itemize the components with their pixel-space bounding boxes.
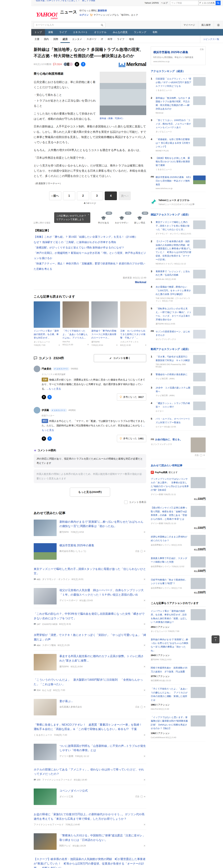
ranking-item[interactable]: 1 東京ディズニーで嘔吐した男の子...清掃スタッフを前に母親が放った「信じられ… [151, 218, 205, 237]
paid-article-item[interactable]: 日経平均株価の「秋まで高値持続」シナリオを覆う“暗雲”？ 会社四季報オンライン … [151, 576, 205, 597]
nav-tab[interactable]: オリジナル [91, 29, 110, 36]
service-name[interactable]: ニュース [60, 9, 77, 15]
ranking-title-link[interactable]: 青果業界で「レジェンド」と言われた男・弘道氏の戦略 [156, 270, 192, 277]
page-button[interactable]: 2 [77, 191, 89, 200]
shopping-promo[interactable]: ヤフーショッピングなら「毎日5%」おトク [94, 13, 138, 17]
reacted-article-item[interactable]: 「汚くて不衛生だったよ」「ああいうの嫌なんだよね」 アメリカ人が日本の清潔さに感… [151, 684, 205, 713]
ranking-item[interactable]: 3 青果業界で「レジェンド」と言われた男・弘道氏の戦略 AERA dot. 8/… [151, 268, 205, 283]
ad-label[interactable]: 広告i✕ [135, 706, 146, 709]
close-icon[interactable]: ✕ [144, 844, 146, 847]
article-title-link[interactable]: 暴走する外国人観光客のに都内のカフェ店員が疲弊。トイレに残された“置き土産”に衝… [59, 654, 146, 663]
article-title-link[interactable]: 新幹線の車内がまるで“居酒屋”に...酔っ払いを黙らせた“おばちゃんの痛快な一言… [59, 520, 146, 528]
list-item[interactable]: 暴走する外国人観光客のに都内のカフェ店員が疲弊。トイレに残された“置き土産”に衝… [34, 650, 146, 674]
close-icon[interactable]: ✕ [144, 623, 146, 625]
ad-title-link[interactable]: お金の悩みに、答えを。 [155, 438, 182, 441]
info-icon[interactable]: i [140, 795, 143, 798]
nav-tab[interactable]: みんなの意見 [109, 29, 131, 36]
close-icon[interactable]: ✕ [144, 734, 146, 736]
helpful-button[interactable]: 参考になった3617 [117, 393, 146, 401]
article-source[interactable]: 関西テレビ [59, 844, 71, 847]
purchase-history-link[interactable]: 購入履歴 [198, 21, 214, 29]
share-x-button[interactable]: X [42, 395, 46, 399]
close-icon[interactable]: ✕ [144, 644, 146, 647]
close-icon[interactable]: ✕ [144, 578, 146, 581]
nav-tab[interactable]: 有料 [149, 29, 160, 36]
category-tab[interactable]: スポーツ [84, 36, 99, 43]
ranking-item[interactable]: 2 【スクープ】岐阜県の名所・池田温泉の人気旅館が突然の閉鎖 町が運営委託した事… [151, 238, 205, 268]
close-icon[interactable]: ✕ [144, 706, 146, 708]
topics-list-link[interactable]: トピックス一覧 [200, 36, 222, 43]
article-title-link[interactable]: 永野芽郁が「清楚」でステキ！急にオトナっぽく「笑顔が」「やっぱり可愛いなぁ」「綺… [34, 633, 146, 642]
paid-title-link[interactable]: 新規参入事業で不正会計、スタンダード銘柄が陥った失態 [151, 556, 189, 564]
list-item[interactable]: コペン／ダイハツ公式 ダイハツ工業 広告i✕ [34, 785, 146, 809]
ranking-title-link[interactable]: 新幹線は「無法地帯」なのか？ 多国籍トラブル急増の現実、不正占拠・特大荷物と性善… [156, 96, 192, 111]
list-item[interactable]: ホテルの部屋においてある「アメニティ」。使わない分は持って帰っていたけど、それっ… [34, 764, 146, 785]
paid-title-link[interactable]: 日経平均株価の「秋まで高値持続」シナリオを覆う“暗雲”？ [151, 578, 189, 585]
recommend-card[interactable]: インバウンド客が「新幹線の指定席」を占拠、車掌も対応せず... まいどなニュース… [34, 301, 60, 346]
write-comment-button[interactable]: コメントを書く [94, 354, 146, 362]
close-icon[interactable]: ✕ [144, 531, 146, 533]
ranking-item[interactable]: 1 日産新型「エルグランド」へ！ “背が高い”ボディ×約500万円!? 新型アル… [151, 75, 205, 94]
comment-count-link[interactable]: 2324 [53, 63, 62, 66]
helpful-button[interactable]: 参考になった1461 [117, 435, 146, 442]
nav-tab[interactable]: 速報 [45, 29, 56, 36]
related-link[interactable]: 「神戸の玄関口」が廃墟同然？ 駅直結モールは空き区画「7割」という現実、神戸市は… [34, 250, 146, 261]
article-title-link[interactable]: 妻が喜ぶ... [59, 699, 146, 704]
ranking-title-link[interactable]: 日産新型「エルグランド」へ！ “背が高い”ボディ×約500万円!? 新型アルファ… [156, 77, 192, 88]
close-icon[interactable]: ✕ [145, 344, 147, 346]
hide-comments-checkbox[interactable] [124, 500, 128, 504]
ranking-title-link[interactable]: JA全中 コメ流通の新システム開発へ [156, 386, 192, 393]
recommend-card[interactable]: 王林 カバンの中から出てきた財布にスタジオ衝撃 千鳥ノブ「... スポニチアネッ… [120, 301, 147, 346]
scroll-to-top-button[interactable]: ↑ [212, 636, 220, 643]
comment-count[interactable]: 465 [34, 578, 40, 581]
ad-label[interactable]: 広告i✕ [195, 454, 205, 457]
info-icon[interactable]: i [200, 454, 202, 457]
share-facebook-button[interactable]: f [81, 62, 86, 66]
card-title[interactable]: 王林 カバンの中から出てきた財布にスタジオ衝撃 千鳥ノブ「... [120, 329, 147, 340]
share-x-button[interactable]: X [42, 436, 46, 441]
ad-label[interactable]: 広告i✕ [135, 550, 146, 553]
reacted-title-link[interactable]: インバウンド客が「新幹線の指定席」を占拠、車掌も対応せず...注目を集めた旅行業… [151, 609, 189, 624]
article-source[interactable]: ねとらぼ [42, 689, 52, 692]
reacted-title-link[interactable]: 「汚くて不衛生だったよ」「ああいうの嫌なんだよね」 アメリカ人が日本の清潔さに感… [151, 687, 189, 702]
article-image[interactable] [100, 72, 146, 115]
pr-title-link[interactable]: セゾンの資産形成ローン、はじめませんか [156, 330, 192, 337]
close-icon[interactable]: ✕ [203, 454, 205, 456]
share-x-button[interactable]: X [75, 62, 79, 66]
ranking-item[interactable]: 2 新幹線は「無法地帯」なのか？ 多国籍トラブル急増の現実、不正占拠・特大荷物と… [151, 94, 205, 116]
ranking-item[interactable]: 3 JA全中 コメ流通の新システム開発へ テレビ朝日系（ANN） [151, 384, 205, 399]
close-icon[interactable]: ✕ [144, 550, 146, 552]
paid-title-link[interactable]: プッチンプリンだけではないコンサルの「炎上案件」 当事者が証言した“地獄の日々”… [151, 477, 189, 492]
reacted-title-link[interactable]: 「イップスではないと思います」首脳陣が説く藤浪晋太郎の“制球難克服計画” DeN… [151, 715, 189, 730]
reacted-title-link[interactable]: 新幹線の車内がまるで“居酒屋”に...酔っ払いを黙らせた“おばちゃんの痛快な一言… [151, 638, 189, 653]
list-item[interactable]: 永野芽郁が「清楚」でステキ！急にオトナっぽく「笑顔が」「やっぱり可愛いなぁ」「綺… [34, 629, 146, 650]
article-title-link[interactable]: お盆の帰省に「家族3人で往復10万円以上」の新幹線代がかかりそう...。ガソリン… [34, 812, 146, 821]
category-tab[interactable]: IT [99, 36, 105, 43]
related-link[interactable]: 「新横浜駅」がびっくりするほど栄えてない理由 新幹線が停まるのになぜ？ [34, 245, 146, 250]
ranking-item[interactable]: 4 夫が退職金で豹変...愛情のない「2,000万円」をキッチリと要求された妻の… [151, 283, 205, 305]
related-link[interactable]: 「快速アクティー」廃止！ 神奈川県の「支離滅裂」要望で鉄道弱体化？ 鉄道行政のプ… [34, 261, 146, 272]
ranking-item[interactable]: 5 「回転率を上げたいのが見え見え」一部で進む“スタバ離れ”。ドトール、コメダ、… [151, 305, 205, 328]
card-title[interactable]: インバウンド客が「新幹線の指定席」を占拠、車掌も対応せず... [34, 329, 60, 340]
ranking-item[interactable]: 2 警備会社への依頼が過去最多に テレビ朝日系（ANN） [151, 370, 205, 384]
reacted-article-item[interactable]: インバウンド客が「新幹線の指定席」を占拠、車掌も対応せず...注目を集めた旅行業… [151, 607, 205, 635]
ranking-title-link[interactable]: 「建設ラッシュ」トランプ氏の秘策？ コスト増で [156, 402, 192, 409]
article-source[interactable]: デイリースポーツ [59, 599, 78, 602]
avatar[interactable] [34, 407, 40, 413]
close-icon[interactable]: × [88, 213, 89, 216]
category-tab[interactable]: ライフ [115, 36, 127, 43]
paid-article-item[interactable]: プッチンプリンだけではないコンサルの「炎上案件」 当事者が証言した“地獄の日々”… [151, 475, 205, 504]
ranking-pr-item[interactable]: PR セゾンの資産形成ローン、はじめませんか セゾンファンデックス [151, 328, 205, 343]
report-link[interactable]: 記事に関する報告 [34, 221, 51, 224]
reacted-article-item[interactable]: 新幹線の車内がまるで“居酒屋”に...酔っ払いを黙らせた“おばちゃんの痛快な一言… [151, 635, 205, 664]
article-source[interactable]: 週刊SPA! [59, 530, 69, 534]
comment-count[interactable]: 464 [34, 644, 40, 647]
search-suggestion[interactable]: トロイの木馬 [198, 1, 216, 5]
list-item[interactable]: 「こういうのでいいんだよ」 新大阪駅の“1600円駅弁”に注目殺到 「全然知らん… [34, 674, 146, 695]
image-caption-link[interactable]: 新幹線（画像：写真AC） [100, 117, 146, 121]
reaction-button[interactable]: 495 学びがある [98, 216, 109, 224]
related-link[interactable]: 【画像】これが「勝ち組」？ 第15回「結婚したい企業ランキング」を見る！（計10… [34, 234, 146, 240]
article-title-link[interactable]: 東京ディズニーで嘔吐した男の子...清掃スタッフを前に母親が放った「信じられない… [34, 567, 146, 576]
paid-title-link[interactable]: 好調な米国株はこのまま上昇傾向が続くのだろうか？ [151, 535, 189, 542]
nav-tab[interactable]: ランキング [131, 29, 150, 36]
